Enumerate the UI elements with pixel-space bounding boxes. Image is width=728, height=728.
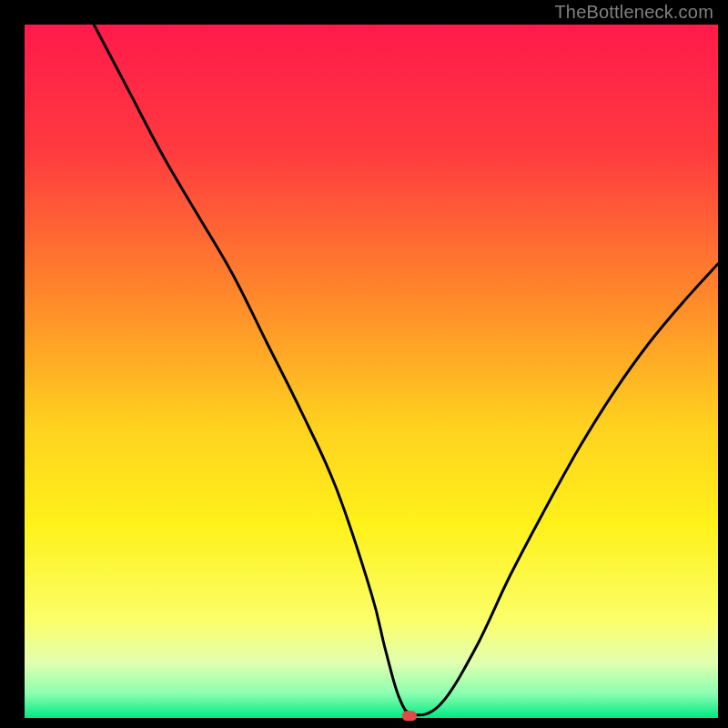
bottleneck-chart [0, 0, 728, 728]
chart-frame: TheBottleneck.com [0, 0, 728, 728]
optimal-point-marker [402, 711, 417, 721]
gradient-background [25, 25, 718, 718]
